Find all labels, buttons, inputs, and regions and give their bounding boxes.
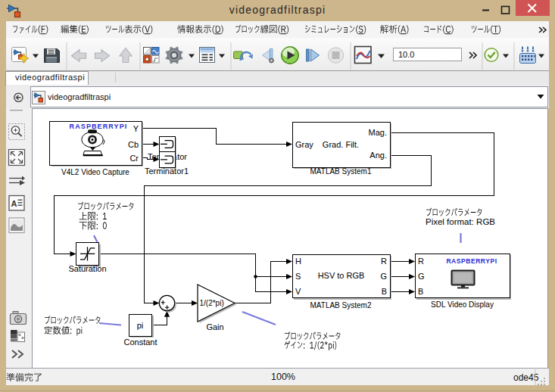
svg-text:Grad. Filt.: Grad. Filt.	[323, 140, 359, 149]
svg-text:Mag.: Mag.	[369, 128, 387, 137]
svg-text:G: G	[418, 272, 425, 281]
svg-text:V4L2 Video Capture: V4L2 Video Capture	[61, 168, 129, 176]
svg-text:V: V	[295, 287, 301, 296]
svg-text:MATLAB System1: MATLAB System1	[310, 167, 372, 176]
svg-text:RASPBERRYPI: RASPBERRYPI	[446, 257, 497, 265]
svg-text:Cb: Cb	[128, 140, 139, 149]
svg-text:B: B	[382, 287, 387, 296]
svg-text:Terminator1: Terminator1	[145, 166, 189, 176]
svg-text:Gray: Gray	[295, 140, 313, 149]
svg-text:R: R	[381, 257, 387, 266]
svg-text:G: G	[380, 272, 387, 281]
svg-text:Ang.: Ang.	[369, 151, 387, 160]
svg-text:MATLAB System2: MATLAB System2	[310, 301, 372, 310]
svg-text:H: H	[295, 257, 301, 266]
svg-text:SDL Video Display: SDL Video Display	[431, 300, 494, 309]
svg-text:R: R	[418, 257, 424, 266]
svg-text:Y: Y	[133, 124, 139, 133]
svg-text:Gain: Gain	[206, 322, 223, 331]
svg-text:Cr: Cr	[129, 154, 139, 163]
svg-text:RASPBERRYPI: RASPBERRYPI	[70, 123, 128, 130]
svg-text:10.0: 10.0	[398, 50, 414, 59]
svg-text:Pixel format: RGB: Pixel format: RGB	[426, 217, 495, 226]
svg-text:1/(2*pi): 1/(2*pi)	[200, 299, 224, 307]
svg-text:S: S	[295, 272, 301, 281]
svg-text:B: B	[418, 287, 423, 296]
svg-text:HSV to RGB: HSV to RGB	[318, 271, 365, 280]
svg-text:A: A	[11, 199, 17, 208]
svg-text:pi: pi	[137, 321, 144, 330]
svg-text:Constant: Constant	[123, 338, 157, 347]
svg-text:Saturation: Saturation	[68, 264, 106, 273]
